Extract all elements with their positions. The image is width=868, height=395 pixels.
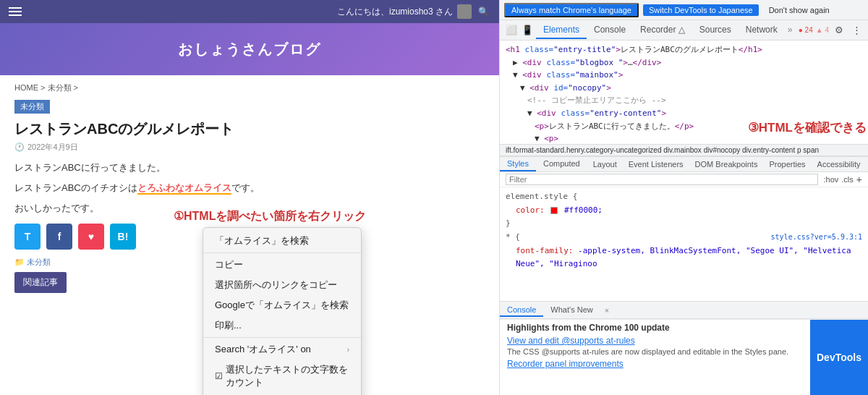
styles-cls-toggle[interactable]: .cls (841, 175, 854, 184)
style-color-val: #ff0000; (564, 205, 603, 215)
console-link2[interactable]: Recorder panel improvements (507, 359, 624, 369)
tab-sources[interactable]: Sources (692, 22, 739, 39)
html-line: ▼ <div class="entry-content"> (506, 107, 862, 120)
user-greeting: こんにちは、izumiosho3 さん (337, 6, 453, 18)
style-source[interactable]: style.css?ver=5.9.3:1 (771, 231, 862, 245)
ctx-print[interactable]: 印刷... (203, 315, 361, 336)
styles-body: element.style { color: #ff0000; } * { st… (500, 187, 868, 274)
style-prop-row: color: #ff0000; (506, 204, 862, 218)
styles-tab-layout[interactable]: Layout (587, 158, 623, 171)
article-body: レストランABCに行ってきました。 レストランABCのイチオシはとろふわなオムラ… (14, 160, 485, 216)
tab-network[interactable]: Network (739, 22, 785, 39)
devtools-nav: ⬜ 📱 Elements Console Recorder △ Sources … (500, 20, 868, 41)
hatena-button[interactable]: B! (110, 224, 136, 250)
console-text1: The CSS @supports at-rules are now displ… (507, 347, 803, 356)
clock-icon: 🕐 (14, 143, 25, 152)
twitter-button[interactable]: T (14, 224, 41, 250)
top-nav: こんにちは、izumiosho3 さん 🔍 (0, 0, 499, 23)
related-articles-button[interactable]: 関連記事 (14, 272, 67, 293)
ctx-google-search[interactable]: Googleで「オムライス」を検索 (203, 295, 361, 315)
error-badge: ● 24 (799, 26, 813, 34)
body-line2: レストランABCのイチオシはとろふわなオムライスです。 (14, 180, 485, 196)
style-selector: element.style { (506, 190, 577, 204)
hero-section: おしょうさんブログ (0, 23, 499, 75)
top-nav-right: こんにちは、izumiosho3 さん 🔍 (337, 4, 490, 19)
console-text: Highlights from the Chrome 100 update Vi… (500, 320, 810, 395)
html-line: ▼ <div class="mainbox"> (506, 69, 862, 82)
elements-panel: <h1 class="entry-title">レストランABCのグルメレポート… (500, 41, 868, 156)
styles-tab-accessibility[interactable]: Accessibility (812, 158, 867, 171)
dom-breadcrumb: ift.format-standard.henry.category-uncat… (500, 144, 868, 156)
blog-panel: こんにちは、izumiosho3 さん 🔍 おしょうさんブログ HOME > 未… (0, 0, 499, 395)
blog-title: おしょうさんブログ (178, 40, 321, 59)
styles-tab-computed[interactable]: Computed (536, 157, 587, 171)
styles-panel: Styles Computed Layout Event Listeners D… (500, 156, 868, 301)
devtools-pointer-icon[interactable]: ⬜ (504, 23, 519, 38)
annotation-1: ①HTMLを調べたい箇所を右クリック (174, 209, 366, 224)
tab-elements[interactable]: Elements (536, 22, 587, 39)
switch-to-japanese-button[interactable]: Switch DevTools to Japanese (643, 4, 759, 16)
more-tabs-button[interactable]: » (785, 22, 796, 39)
article-title: レストランABCのグルメレポート (14, 119, 485, 139)
style-asterisk-sel: * { (506, 231, 520, 245)
devtools-panel: Always match Chrome's language Switch De… (499, 0, 868, 395)
console-heading: Highlights from the Chrome 100 update (507, 323, 803, 333)
html-line: <h1 class="entry-title">レストランABCのグルメレポート… (506, 43, 862, 56)
top-nav-left (9, 7, 22, 16)
more-options-icon[interactable]: ⋮ (849, 23, 864, 38)
facebook-button[interactable]: f (46, 224, 72, 250)
close-whats-new[interactable]: × (600, 305, 613, 316)
styles-tabs: Styles Computed Layout Event Listeners D… (500, 157, 868, 172)
settings-icon[interactable]: ⚙ (832, 23, 846, 38)
console-content-row: Highlights from the Chrome 100 update Vi… (500, 319, 868, 395)
styles-filter-row: :hov .cls + (500, 172, 868, 187)
html-line: <!-- コピー禁止エリアここから --> (506, 94, 862, 107)
highlight-omurice: とろふわなオムライス (137, 182, 231, 195)
user-avatar (457, 4, 472, 19)
warn-badge: ▲ 4 (816, 26, 829, 34)
hamburger-menu[interactable] (9, 7, 22, 16)
devtools-mobile-icon[interactable]: 📱 (520, 23, 535, 38)
html-line: <p>レストランABCに行ってきました。</p> (506, 120, 862, 133)
always-match-lang-button[interactable]: Always match Chrome's language (504, 3, 639, 17)
styles-hov-toggle[interactable]: :hov (824, 175, 839, 184)
ctx-search-on[interactable]: Search 'オムライス' on› (203, 339, 361, 360)
styles-tab-event-listeners[interactable]: Event Listeners (623, 158, 689, 171)
ctx-copy-link[interactable]: 選択箇所へのリンクをコピー (203, 275, 361, 295)
style-rule-element: element.style { (506, 190, 862, 204)
console-link1-row: View and edit @supports at-rules (507, 336, 803, 346)
styles-tab-styles[interactable]: Styles (500, 157, 536, 171)
styles-tab-dom-breakpoints[interactable]: DOM Breakpoints (689, 158, 764, 171)
console-tabs: Console What's New × (500, 302, 868, 319)
search-icon[interactable]: 🔍 (476, 4, 490, 19)
blog-content: HOME > 未分類 > 未分類 レストランABCのグルメレポート 🕐 2022… (0, 75, 499, 395)
styles-filter-input[interactable] (506, 174, 818, 185)
html-line: ▶ <div class="blogbox ">…</div> (506, 56, 862, 69)
style-close-brace: } (506, 217, 862, 231)
article-date: 🕐 2022年4月9日 (14, 142, 485, 153)
tab-recorder[interactable]: Recorder △ (633, 22, 692, 39)
console-link1[interactable]: View and edit @supports at-rules (507, 336, 635, 346)
tab-console[interactable]: Console (587, 22, 633, 39)
console-panel: Console What's New × Highlights from the… (500, 301, 868, 395)
style-asterisk-row: * { style.css?ver=5.9.3:1 (506, 231, 862, 245)
dont-show-again-button[interactable]: Don't show again (763, 4, 835, 16)
devtools-tabs: Elements Console Recorder △ Sources Netw… (536, 22, 795, 39)
ctx-count-chars[interactable]: ☑ 選択したテキストの文字数をカウント (203, 360, 361, 393)
style-font-row: font-family: -apple-system, BlinkMacSyst… (506, 245, 862, 271)
html-tree: <h1 class="entry-title">レストランABCのグルメレポート… (500, 41, 868, 144)
console-tab-console[interactable]: Console (500, 304, 543, 317)
html-line: ▼ <p> (506, 132, 862, 144)
body-line1: レストランABCに行ってきました。 (14, 160, 485, 176)
styles-add-rule[interactable]: + (856, 174, 862, 185)
ctx-search-omurice[interactable]: 「オムライス」を検索 (203, 231, 361, 251)
pocket-button[interactable]: ♥ (78, 224, 104, 250)
ctx-copy[interactable]: コピー (203, 255, 361, 275)
style-font-prop: font-family: (516, 246, 573, 255)
footer-category-link[interactable]: 未分類 (27, 258, 51, 266)
styles-tab-properties[interactable]: Properties (763, 158, 811, 171)
context-menu: 「オムライス」を検索 コピー 選択箇所へのリンクをコピー Googleで「オムラ… (203, 227, 362, 395)
style-color-prop: color: (516, 205, 545, 215)
category-badge[interactable]: 未分類 (14, 100, 50, 114)
console-tab-whats-new[interactable]: What's New (543, 304, 600, 317)
